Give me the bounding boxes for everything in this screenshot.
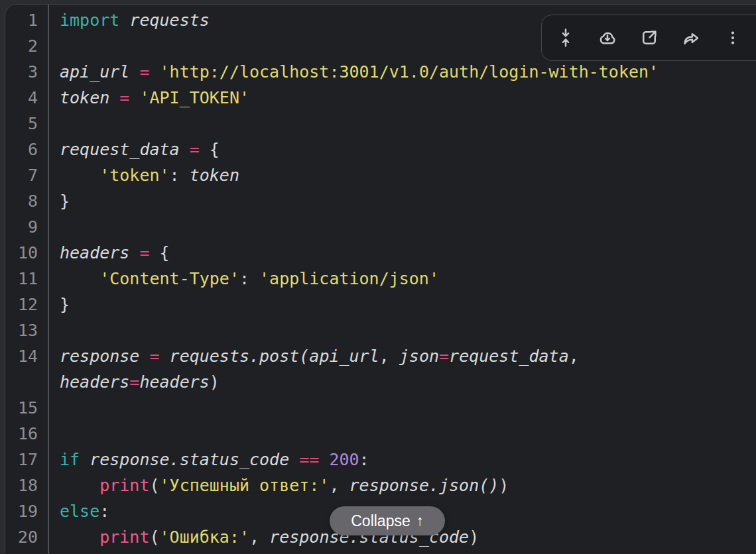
- line-number: 1: [5, 7, 42, 33]
- line-number: 6: [5, 137, 42, 162]
- code-line-content: [42, 395, 756, 421]
- line-number: 18: [5, 472, 42, 498]
- code-line-content: }: [42, 188, 756, 214]
- code-line: 8}: [5, 188, 756, 214]
- line-number: 10: [5, 240, 42, 266]
- code-line-content: if response.status_code == 200:: [42, 447, 756, 472]
- code-line-content: request_data = {: [42, 137, 756, 162]
- code-line-content: [42, 421, 756, 447]
- share-button[interactable]: [681, 28, 701, 48]
- code-line-content: }: [42, 292, 756, 317]
- line-number: 16: [5, 421, 42, 447]
- code-line: 6request_data = {: [5, 137, 756, 162]
- code-line: 11 'Content-Type': 'application/json': [5, 266, 756, 292]
- code-line: 15: [5, 395, 756, 421]
- collapse-button-label: Collapse: [351, 512, 410, 530]
- code-line: 3api_url = 'http://localhost:3001/v1.0/a…: [5, 59, 756, 85]
- cloud-download-icon: [598, 28, 617, 48]
- line-number: 3: [5, 59, 42, 85]
- code-line-content: [42, 214, 756, 240]
- line-number: 8: [5, 188, 42, 214]
- code-line-content: api_url = 'http://localhost:3001/v1.0/au…: [42, 59, 756, 85]
- code-line: 17if response.status_code == 200:: [5, 447, 756, 472]
- code-line-content: [42, 111, 756, 137]
- kebab-menu-icon: [723, 28, 743, 48]
- code-line-content: 'Content-Type': 'application/json': [42, 266, 756, 292]
- code-line: 4token = 'API_TOKEN': [5, 85, 756, 111]
- line-number: 4: [5, 85, 42, 111]
- collapse-code-button[interactable]: [556, 28, 576, 48]
- open-external-button[interactable]: [639, 28, 659, 48]
- code-line-content: token = 'API_TOKEN': [42, 85, 756, 111]
- code-editor: 1import requests23api_url = 'http://loca…: [5, 5, 756, 550]
- more-options-button[interactable]: [723, 28, 743, 48]
- code-line: 14response = requests.post(api_url, json…: [5, 343, 756, 395]
- line-number: 20: [5, 524, 42, 550]
- line-number: 9: [5, 214, 42, 240]
- code-line: 12}: [5, 292, 756, 317]
- line-number: 14: [5, 343, 42, 369]
- code-line: 10headers = {: [5, 240, 756, 266]
- line-number: 19: [5, 498, 42, 524]
- code-line: 16: [5, 421, 756, 447]
- code-line: 13: [5, 317, 756, 343]
- line-number: 15: [5, 395, 42, 421]
- code-block: 1import requests23api_url = 'http://loca…: [5, 4, 756, 554]
- code-line: 18 print('Успешный ответ:', response.jso…: [5, 472, 756, 498]
- arrow-up-icon: ↑: [416, 512, 424, 529]
- collapse-button[interactable]: Collapse ↑: [330, 506, 445, 535]
- code-line-content: headers = {: [42, 240, 756, 266]
- download-button[interactable]: [598, 28, 617, 48]
- code-line-content: 'token': token: [42, 162, 756, 188]
- code-line: 9: [5, 214, 756, 240]
- line-number: 12: [5, 292, 42, 317]
- code-line: 5: [5, 111, 756, 137]
- code-line-content: [42, 317, 756, 343]
- share-icon: [681, 28, 701, 48]
- line-number: 17: [5, 447, 42, 472]
- line-number: 7: [5, 162, 42, 188]
- line-number: 13: [5, 317, 42, 343]
- gutter-separator: [48, 5, 49, 554]
- line-number: 2: [5, 33, 42, 59]
- code-line-content: print('Успешный ответ:', response.json()…: [42, 472, 756, 498]
- code-line-content: response = requests.post(api_url, json=r…: [42, 343, 756, 395]
- code-toolbar: [541, 15, 756, 61]
- collapse-vertical-icon: [556, 28, 576, 48]
- code-line: 7 'token': token: [5, 162, 756, 188]
- line-number: 5: [5, 111, 42, 137]
- line-number: 11: [5, 266, 42, 292]
- external-link-icon: [639, 28, 659, 48]
